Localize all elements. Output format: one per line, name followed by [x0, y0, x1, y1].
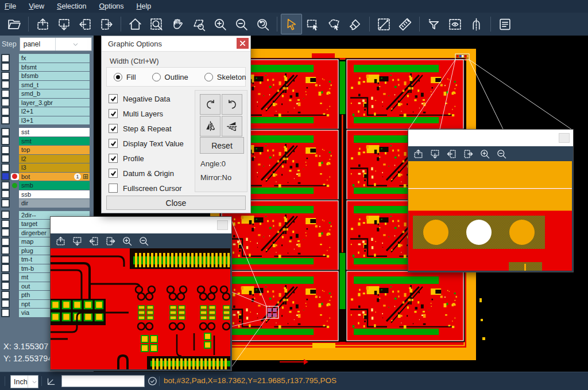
layer-row-dir[interactable]: dir: [0, 199, 94, 208]
layer-checkbox[interactable]: [1, 291, 10, 299]
layer-checkbox[interactable]: [1, 98, 10, 107]
menu-options[interactable]: Options: [99, 2, 123, 10]
layer-checkbox[interactable]: [1, 220, 10, 228]
layer-checkbox[interactable]: [1, 264, 10, 272]
layer-row-ssb[interactable]: ssb: [0, 190, 94, 199]
layer-checkbox[interactable]: [1, 172, 10, 181]
layer-label[interactable]: dir: [19, 199, 90, 208]
zoom-object-icon[interactable]: [188, 14, 210, 34]
layer-checkbox[interactable]: [1, 237, 10, 246]
pan-down-icon[interactable]: [69, 234, 84, 248]
window-button[interactable]: [559, 133, 570, 143]
layer-row-l3[interactable]: l3: [0, 163, 94, 172]
layer-row-l2[interactable]: l2: [0, 155, 94, 163]
pan-right-icon[interactable]: [461, 147, 475, 161]
layer-checkbox[interactable]: [1, 63, 10, 71]
layer-checkbox[interactable]: [1, 199, 10, 208]
layer-checkbox[interactable]: [1, 246, 10, 255]
layer-label[interactable]: layer_3.gbr: [19, 99, 90, 107]
angle-measure-icon[interactable]: [46, 376, 57, 389]
open-folder-icon[interactable]: [3, 14, 25, 34]
checkbox-box[interactable]: [109, 109, 118, 118]
layer-label[interactable]: smd_t: [19, 81, 90, 89]
unit-select[interactable]: Inch: [10, 375, 38, 388]
layer-label[interactable]: bfsmb: [19, 72, 90, 80]
pan-left-icon[interactable]: [86, 234, 101, 248]
layer-checkbox[interactable]: [1, 210, 10, 219]
menu-view[interactable]: View: [29, 2, 44, 10]
layer-label[interactable]: top: [19, 146, 90, 154]
pan-down-icon[interactable]: [53, 14, 75, 34]
checkbox-fullscreen-cursor[interactable]: Fullscreen Cursor: [109, 181, 184, 196]
layer-row-l3+1[interactable]: l3+1: [0, 116, 94, 125]
zoom-in-icon[interactable]: [210, 14, 231, 34]
checkbox-negative-data[interactable]: Negative Data: [109, 91, 184, 106]
filter-icon[interactable]: [423, 14, 444, 34]
dialog-title[interactable]: Graphic Options: [102, 36, 250, 52]
layer-label[interactable]: smt: [19, 137, 90, 146]
layer-checkbox[interactable]: [1, 299, 10, 308]
radio-dot[interactable]: [204, 73, 213, 81]
layer-checkbox[interactable]: [1, 107, 10, 116]
menu-selection[interactable]: Selection: [57, 2, 86, 10]
layer-row-sst[interactable]: sst: [0, 128, 94, 136]
layer-row-smt[interactable]: smt: [0, 137, 94, 146]
select-arrow-icon[interactable]: [281, 14, 302, 34]
layer-label[interactable]: ssb: [19, 190, 90, 199]
measure-ruler-icon[interactable]: [394, 14, 416, 34]
layer-grid-icon[interactable]: ⊞: [83, 173, 88, 180]
checkbox-box[interactable]: [109, 124, 118, 133]
layer-row-bfsmt[interactable]: bfsmt: [0, 63, 94, 72]
layer-label[interactable]: l2+1: [19, 107, 90, 116]
layer-checkbox[interactable]: [1, 54, 10, 63]
layer-checkbox[interactable]: [1, 154, 10, 163]
checkbox-box[interactable]: [109, 154, 118, 163]
layer-checkbox[interactable]: [1, 89, 10, 98]
checkbox-display-text-value[interactable]: Display Text Value: [109, 136, 184, 151]
layer-checkbox[interactable]: [1, 116, 10, 124]
pan-left-icon[interactable]: [75, 14, 96, 34]
radio-dot[interactable]: [114, 73, 122, 81]
layer-label[interactable]: smd_b: [19, 89, 90, 98]
clean-brush-icon[interactable]: [345, 14, 366, 34]
pan-left-icon[interactable]: [444, 147, 459, 161]
layer-row-l2+1[interactable]: l2+1: [0, 107, 94, 116]
checkbox-datum-origin[interactable]: Datum & Origin: [109, 166, 184, 181]
layer-label[interactable]: l2: [19, 155, 90, 163]
zoom-window-detail-titlebar[interactable]: [51, 217, 231, 233]
zoom-out-icon[interactable]: [494, 147, 509, 161]
chevron-down-icon[interactable]: [55, 38, 91, 50]
layer-label[interactable]: sst: [19, 128, 90, 136]
layer-checkbox[interactable]: [1, 136, 10, 145]
pan-right-icon[interactable]: [103, 234, 118, 248]
radio-dot[interactable]: [152, 73, 161, 81]
rotate-ccw-icon[interactable]: [222, 94, 242, 115]
layer-checkbox[interactable]: [1, 80, 10, 89]
home-view-icon[interactable]: [125, 14, 146, 34]
layer-label[interactable]: l3+1: [19, 116, 90, 125]
layer-row-bot[interactable]: bot1⊞: [0, 173, 94, 181]
checkbox-profile[interactable]: Profile: [109, 151, 184, 166]
zoom-window-pads-view[interactable]: [408, 161, 572, 271]
measure-distance-icon[interactable]: [373, 14, 394, 34]
view-options-icon[interactable]: [444, 14, 466, 34]
zoom-out-icon[interactable]: [136, 234, 151, 248]
zoom-window-detail-view[interactable]: [51, 248, 230, 369]
checkbox-box[interactable]: [109, 139, 118, 148]
apply-icon[interactable]: [147, 376, 158, 389]
layer-row-smb[interactable]: smb: [0, 181, 94, 190]
checkbox-box[interactable]: [109, 169, 118, 178]
layer-checkbox[interactable]: [1, 190, 10, 198]
pan-down-icon[interactable]: [427, 147, 442, 161]
radio-skeleton[interactable]: Skeleton: [204, 73, 246, 81]
layer-label[interactable]: l3: [19, 163, 90, 172]
layer-label[interactable]: bfsmt: [19, 63, 90, 72]
pan-up-icon[interactable]: [53, 234, 68, 248]
pan-up-icon[interactable]: [32, 14, 53, 34]
layer-row-bfsmb[interactable]: bfsmb: [0, 72, 94, 80]
zoom-window-pads[interactable]: [408, 129, 574, 272]
layer-checkbox[interactable]: [1, 282, 10, 290]
zoom-previous-icon[interactable]: [252, 14, 273, 34]
layer-row-top[interactable]: top: [0, 146, 94, 154]
menu-help[interactable]: Help: [137, 2, 152, 10]
